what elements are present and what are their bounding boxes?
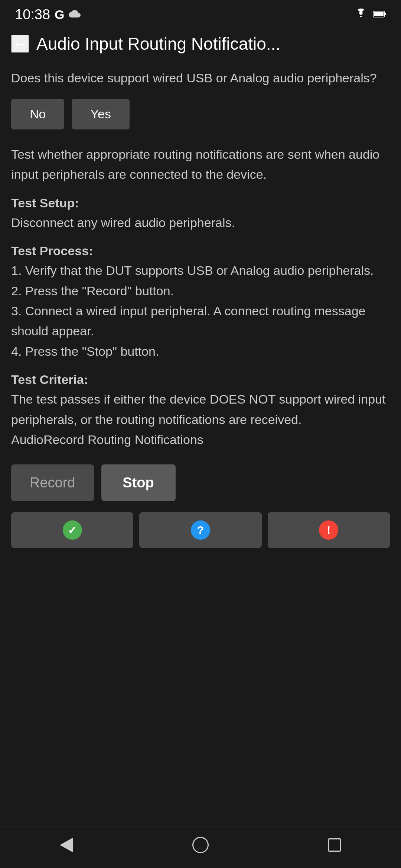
- test-criteria-label: Test Criteria:: [11, 372, 390, 387]
- action-buttons: Record Stop: [11, 464, 390, 501]
- yn-buttons: No Yes: [11, 99, 390, 129]
- page-title: Audio Input Routing Notificatio...: [36, 34, 390, 54]
- yes-button[interactable]: Yes: [72, 99, 129, 129]
- pass-icon: ✓: [63, 520, 82, 540]
- question-text: Does this device support wired USB or An…: [11, 69, 390, 88]
- status-icons-left: G: [55, 7, 81, 22]
- main-content: Does this device support wired USB or An…: [0, 61, 401, 566]
- description-text: Test whether appropriate routing notific…: [11, 144, 390, 185]
- test-setup-label: Test Setup:: [11, 196, 390, 210]
- svg-rect-1: [384, 13, 386, 15]
- info-icon: ?: [191, 520, 210, 540]
- pass-button[interactable]: ✓: [11, 512, 133, 548]
- record-button[interactable]: Record: [11, 464, 94, 501]
- wifi-icon: [353, 9, 368, 21]
- status-bar: 10:38 G: [0, 0, 401, 26]
- info-button[interactable]: ?: [139, 512, 261, 548]
- header: ← Audio Input Routing Notificatio...: [0, 26, 401, 61]
- stop-button[interactable]: Stop: [101, 464, 176, 501]
- svg-rect-2: [374, 12, 384, 16]
- fail-icon: !: [319, 520, 338, 540]
- status-right: [353, 9, 386, 21]
- back-button[interactable]: ←: [11, 35, 29, 53]
- status-time: 10:38: [15, 7, 50, 23]
- fail-button[interactable]: !: [268, 512, 390, 548]
- test-criteria-content: The test passes if either the device DOE…: [11, 389, 390, 450]
- cloud-icon: [68, 7, 81, 22]
- no-button[interactable]: No: [11, 99, 64, 129]
- recent-square-icon: [328, 838, 341, 852]
- test-process-label: Test Process:: [11, 244, 390, 258]
- result-buttons: ✓ ? !: [11, 512, 390, 548]
- battery-icon: [373, 10, 386, 19]
- test-setup-content: Disconnect any wired audio peripherals.: [11, 213, 390, 233]
- test-process-content: 1. Verify that the DUT supports USB or A…: [11, 260, 390, 361]
- nav-recent-button[interactable]: [328, 838, 341, 852]
- nav-back-button[interactable]: [60, 838, 73, 852]
- back-triangle-icon: [60, 838, 73, 852]
- google-icon: G: [55, 7, 64, 22]
- nav-home-button[interactable]: [192, 837, 209, 853]
- home-circle-icon: [192, 837, 209, 853]
- status-left: 10:38 G: [15, 7, 81, 23]
- nav-bar: [0, 826, 401, 868]
